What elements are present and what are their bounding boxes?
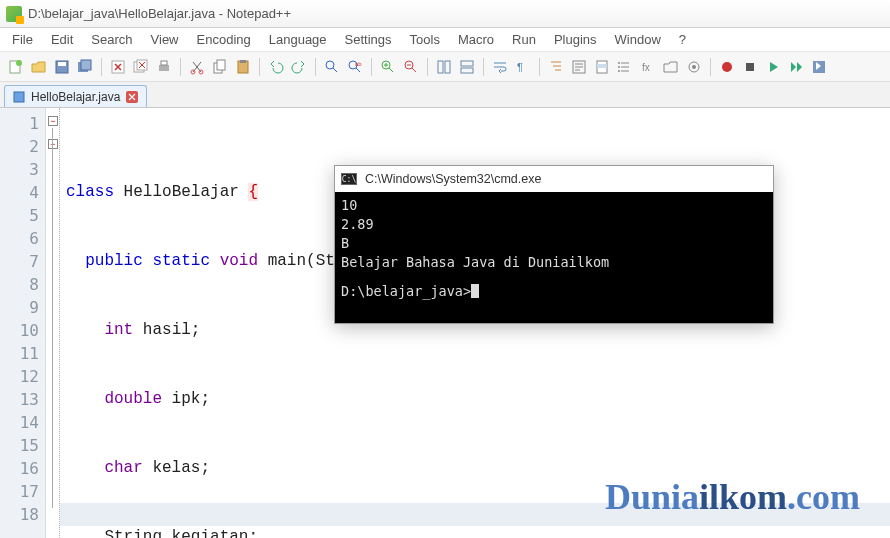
undo-icon[interactable] <box>266 57 286 77</box>
line-number: 1 <box>0 112 39 135</box>
close-icon[interactable] <box>108 57 128 77</box>
menu-settings[interactable]: Settings <box>337 30 400 49</box>
tab-hellobelajar[interactable]: HelloBelajar.java <box>4 85 147 107</box>
svg-text:ab: ab <box>355 61 362 67</box>
close-all-icon[interactable] <box>131 57 151 77</box>
menu-tools[interactable]: Tools <box>402 30 448 49</box>
record-macro-icon[interactable] <box>717 57 737 77</box>
zoom-in-icon[interactable] <box>378 57 398 77</box>
replace-icon[interactable]: ab <box>345 57 365 77</box>
play-multi-macro-icon[interactable] <box>786 57 806 77</box>
toolbar-separator <box>539 58 540 76</box>
line-number: 8 <box>0 273 39 296</box>
save-all-icon[interactable] <box>75 57 95 77</box>
menu-file[interactable]: File <box>4 30 41 49</box>
svg-point-35 <box>692 65 696 69</box>
paste-icon[interactable] <box>233 57 253 77</box>
folder-workspace-icon[interactable] <box>661 57 681 77</box>
doc-list-icon[interactable] <box>615 57 635 77</box>
line-number: 4 <box>0 181 39 204</box>
cmd-line: B <box>341 234 767 253</box>
zoom-out-icon[interactable] <box>401 57 421 77</box>
fold-toggle-icon[interactable]: − <box>48 116 58 126</box>
line-number: 18 <box>0 503 39 526</box>
doc-map-icon[interactable] <box>592 57 612 77</box>
open-file-icon[interactable] <box>29 57 49 77</box>
tab-label: HelloBelajar.java <box>31 90 120 104</box>
play-macro-icon[interactable] <box>763 57 783 77</box>
fold-margin[interactable]: − − <box>46 108 60 538</box>
svg-text:fx: fx <box>642 62 650 73</box>
sync-h-icon[interactable] <box>457 57 477 77</box>
identifier: ipk; <box>162 390 210 408</box>
menu-edit[interactable]: Edit <box>43 30 81 49</box>
indent-guide-icon[interactable] <box>546 57 566 77</box>
fold-toggle-icon[interactable]: − <box>48 139 58 149</box>
sync-v-icon[interactable] <box>434 57 454 77</box>
menu-search[interactable]: Search <box>83 30 140 49</box>
find-icon[interactable] <box>322 57 342 77</box>
print-icon[interactable] <box>154 57 174 77</box>
type: char <box>104 459 142 477</box>
keyword: class <box>66 183 114 201</box>
menu-encoding[interactable]: Encoding <box>189 30 259 49</box>
menubar: File Edit Search View Encoding Language … <box>0 28 890 52</box>
svg-rect-10 <box>161 61 167 65</box>
menu-run[interactable]: Run <box>504 30 544 49</box>
save-macro-icon[interactable] <box>809 57 829 77</box>
svg-point-31 <box>618 66 620 68</box>
window-titlebar[interactable]: D:\belajar_java\HelloBelajar.java - Note… <box>0 0 890 28</box>
tab-close-icon[interactable] <box>126 91 138 103</box>
svg-rect-3 <box>58 62 66 66</box>
svg-text:¶: ¶ <box>517 61 523 73</box>
watermark-logo: Duniailkom.com <box>605 476 860 518</box>
udl-icon[interactable] <box>569 57 589 77</box>
svg-rect-37 <box>746 63 754 71</box>
menu-window[interactable]: Window <box>607 30 669 49</box>
copy-icon[interactable] <box>210 57 230 77</box>
type: String <box>104 528 162 538</box>
toolbar-separator <box>315 58 316 76</box>
new-file-icon[interactable] <box>6 57 26 77</box>
brace: { <box>248 183 258 201</box>
toolbar-separator <box>371 58 372 76</box>
stop-macro-icon[interactable] <box>740 57 760 77</box>
svg-rect-22 <box>438 61 443 73</box>
menu-plugins[interactable]: Plugins <box>546 30 605 49</box>
svg-point-30 <box>618 62 620 64</box>
identifier: hasil; <box>133 321 200 339</box>
svg-point-17 <box>326 61 334 69</box>
svg-rect-24 <box>461 61 473 66</box>
cmd-output[interactable]: 10 2.89 B Belajar Bahasa Java di Duniail… <box>335 192 773 323</box>
cmd-line: Belajar Bahasa Java di Duniailkom <box>341 253 767 272</box>
svg-point-36 <box>722 62 732 72</box>
tab-bar: HelloBelajar.java <box>0 82 890 108</box>
menu-help[interactable]: ? <box>671 30 694 49</box>
line-number: 15 <box>0 434 39 457</box>
line-number: 2 <box>0 135 39 158</box>
type: void <box>210 252 258 270</box>
wordwrap-icon[interactable] <box>490 57 510 77</box>
menu-view[interactable]: View <box>143 30 187 49</box>
line-number: 17 <box>0 480 39 503</box>
monitoring-icon[interactable] <box>684 57 704 77</box>
watermark-part: ilkom <box>699 477 787 517</box>
svg-rect-23 <box>445 61 450 73</box>
cut-icon[interactable] <box>187 57 207 77</box>
line-number: 3 <box>0 158 39 181</box>
svg-rect-25 <box>461 68 473 73</box>
line-number: 14 <box>0 411 39 434</box>
identifier: kegiatan; <box>162 528 258 538</box>
menu-macro[interactable]: Macro <box>450 30 502 49</box>
svg-rect-16 <box>240 60 246 63</box>
line-number: 7 <box>0 250 39 273</box>
func-list-icon[interactable]: fx <box>638 57 658 77</box>
type: double <box>104 390 162 408</box>
redo-icon[interactable] <box>289 57 309 77</box>
svg-rect-14 <box>217 60 225 70</box>
save-icon[interactable] <box>52 57 72 77</box>
toolbar-separator <box>259 58 260 76</box>
show-all-chars-icon[interactable]: ¶ <box>513 57 533 77</box>
toolbar-separator <box>101 58 102 76</box>
menu-language[interactable]: Language <box>261 30 335 49</box>
